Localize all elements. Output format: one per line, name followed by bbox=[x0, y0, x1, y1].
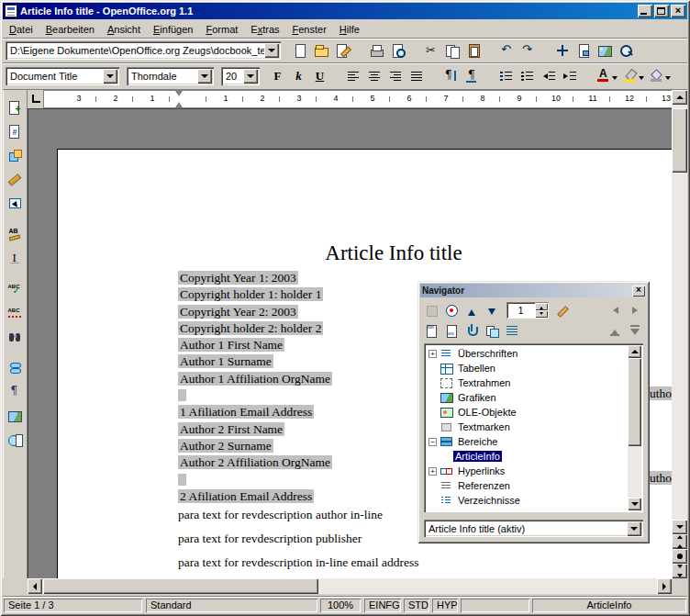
field-text[interactable]: Author 2 Affiliation OrgName bbox=[178, 455, 332, 469]
field-text[interactable]: Author 2 Surname bbox=[178, 439, 273, 453]
maximize-button[interactable] bbox=[654, 5, 669, 17]
tree-item-ueberschriften[interactable]: + Überschriften bbox=[427, 346, 627, 361]
minimize-button[interactable] bbox=[638, 5, 652, 17]
page-number-spinner[interactable]: 1 bbox=[506, 302, 549, 319]
dropdown-arrow-icon[interactable] bbox=[627, 521, 641, 536]
content-view-button[interactable] bbox=[503, 322, 522, 340]
stylist-button[interactable] bbox=[573, 40, 595, 61]
highlighting-button[interactable] bbox=[619, 66, 646, 86]
paste-button[interactable] bbox=[463, 40, 484, 61]
field-text[interactable]: Author 2 First Name bbox=[178, 422, 284, 436]
undo-button[interactable] bbox=[497, 40, 518, 61]
navigator-close-button[interactable] bbox=[632, 286, 645, 297]
increase-indent-button[interactable] bbox=[559, 66, 580, 86]
anchor-text-button[interactable] bbox=[462, 322, 482, 340]
menu-bearbeiten[interactable]: Bearbeiten bbox=[39, 22, 101, 37]
navigator-document-selector[interactable]: Article Info title (aktiv) bbox=[424, 520, 643, 537]
auto-spellcheck-button[interactable] bbox=[4, 302, 26, 323]
form-functions-button[interactable] bbox=[4, 192, 26, 213]
insert-button[interactable] bbox=[4, 96, 26, 118]
copy-button[interactable] bbox=[442, 40, 463, 61]
field-text[interactable]: Author 1 Affiliation OrgName bbox=[178, 372, 332, 386]
navigator-button[interactable] bbox=[552, 40, 573, 61]
edit-file-button[interactable] bbox=[332, 40, 353, 61]
align-right-button[interactable] bbox=[385, 66, 406, 86]
tree-item-hyperlinks[interactable]: + Hyperlinks bbox=[427, 464, 627, 478]
menu-ansicht[interactable]: Ansicht bbox=[101, 22, 147, 37]
text-direction-ttb-button[interactable] bbox=[462, 66, 483, 86]
tree-scroll-up-button[interactable] bbox=[628, 345, 641, 358]
font-name-combobox[interactable]: Thorndale bbox=[127, 67, 214, 85]
new-document-button[interactable] bbox=[290, 40, 311, 61]
field-text[interactable]: Copyright holder 2: holder 2 bbox=[178, 321, 323, 335]
tree-scroll-down-button[interactable] bbox=[628, 498, 641, 510]
scroll-right-button[interactable] bbox=[657, 578, 672, 594]
bullets-on-off-button[interactable] bbox=[517, 66, 538, 86]
scroll-up-button[interactable] bbox=[672, 90, 687, 105]
url-value[interactable]: D:\Eigene Dokumente\OpenOffice.org Zeugs… bbox=[6, 45, 264, 56]
font-size-combobox[interactable]: 20 bbox=[221, 67, 260, 85]
status-hyperlink-mode-field[interactable]: HYP bbox=[432, 599, 458, 612]
tree-expand-toggle[interactable]: + bbox=[428, 467, 437, 476]
align-left-button[interactable] bbox=[343, 66, 364, 86]
font-size-value[interactable]: 20 bbox=[221, 71, 243, 82]
dropdown-arrow-icon[interactable] bbox=[197, 69, 212, 84]
gallery-button[interactable] bbox=[595, 40, 616, 61]
next-button[interactable] bbox=[483, 302, 502, 319]
url-combobox[interactable]: D:\Eigene Dokumente\OpenOffice.org Zeugs… bbox=[6, 41, 281, 60]
paragraph-style-combobox[interactable]: Document Title bbox=[6, 67, 119, 85]
navigator-title-bar[interactable]: Navigator bbox=[420, 284, 647, 297]
field-text[interactable]: Copyright Year 2: 2003 bbox=[178, 305, 298, 319]
tree-expand-toggle[interactable]: + bbox=[428, 350, 437, 358]
tree-scrollbar[interactable] bbox=[628, 345, 641, 510]
tree-item-ole-objekte[interactable]: OLE-Objekte bbox=[427, 405, 627, 420]
page-number-value[interactable]: 1 bbox=[506, 305, 535, 316]
zoom-button[interactable] bbox=[616, 40, 637, 61]
tree-item-referenzen[interactable]: Referenzen bbox=[427, 478, 627, 493]
font-name-value[interactable]: Thorndale bbox=[127, 71, 197, 82]
menu-datei[interactable]: Datei bbox=[3, 22, 39, 37]
field-text[interactable] bbox=[178, 474, 186, 486]
indent-marker-bottom[interactable] bbox=[175, 98, 183, 107]
navigation-button[interactable] bbox=[442, 302, 462, 319]
previous-page-button[interactable] bbox=[672, 534, 687, 549]
graphics-on-off-button[interactable] bbox=[4, 405, 26, 426]
draw-functions-button[interactable] bbox=[4, 168, 26, 189]
online-layout-button[interactable] bbox=[4, 429, 26, 450]
align-justify-button[interactable] bbox=[406, 66, 428, 86]
tab-stop-selector[interactable] bbox=[28, 90, 44, 108]
next-page-button[interactable] bbox=[672, 564, 687, 578]
tree-item-tabellen[interactable]: Tabellen bbox=[427, 361, 627, 375]
menu-extras[interactable]: Extras bbox=[244, 22, 285, 37]
nonprinting-characters-button[interactable] bbox=[4, 381, 26, 402]
page-preview-button[interactable] bbox=[387, 40, 408, 61]
status-insert-mode-field[interactable]: EINFG bbox=[364, 599, 401, 612]
open-button[interactable] bbox=[311, 40, 332, 61]
insert-fields-button[interactable] bbox=[4, 120, 26, 141]
dropdown-arrow-icon[interactable] bbox=[243, 69, 258, 84]
bold-button[interactable]: F bbox=[267, 66, 288, 86]
text-direction-ltr-button[interactable] bbox=[440, 66, 462, 86]
tree-item-textmarken[interactable]: Textmarken bbox=[427, 420, 627, 434]
status-page-field[interactable]: Seite 1 / 3 bbox=[4, 599, 142, 612]
edit-autotext-button[interactable] bbox=[4, 223, 26, 244]
direct-cursor-button[interactable] bbox=[4, 247, 26, 268]
underline-button[interactable]: U bbox=[309, 66, 330, 86]
align-center-button[interactable] bbox=[364, 66, 385, 86]
field-text[interactable]: Copyright holder 1: holder 1 bbox=[178, 287, 323, 301]
paragraph-style-value[interactable]: Document Title bbox=[6, 71, 103, 82]
previous-button[interactable] bbox=[462, 302, 482, 319]
menu-hilfe[interactable]: Hilfe bbox=[333, 22, 366, 37]
spin-down-button[interactable] bbox=[535, 310, 548, 318]
status-selection-mode-field[interactable]: STD bbox=[404, 599, 429, 612]
set-reminder-button[interactable] bbox=[553, 302, 573, 319]
horizontal-scrollbar[interactable] bbox=[28, 578, 672, 594]
spellcheck-button[interactable] bbox=[4, 278, 26, 299]
field-text[interactable]: 2 Afiliation Email Address bbox=[178, 489, 314, 503]
numbering-on-off-button[interactable] bbox=[495, 66, 517, 86]
field-text[interactable]: 1 Afiliation Email Address bbox=[178, 405, 314, 419]
tree-item-grafiken[interactable]: Grafiken bbox=[427, 390, 627, 405]
font-color-button[interactable] bbox=[593, 66, 619, 86]
italic-button[interactable]: k bbox=[288, 66, 309, 86]
scroll-left-button[interactable] bbox=[28, 578, 42, 594]
